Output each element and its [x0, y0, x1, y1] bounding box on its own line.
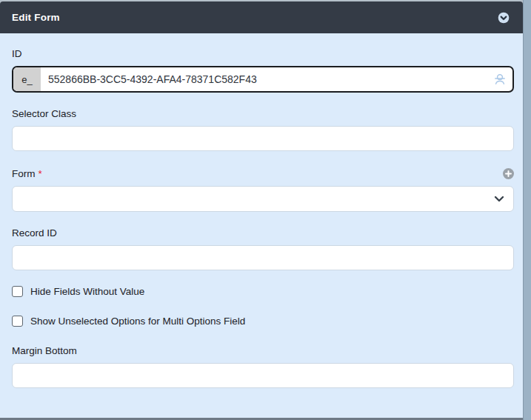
- plus-circle-icon: [503, 168, 514, 179]
- form-label: Form: [12, 168, 36, 179]
- edit-form-panel: Edit Form ID e_: [0, 0, 523, 420]
- show-unselected-checkbox[interactable]: [12, 316, 23, 327]
- hide-fields-row: Hide Fields Without Value: [12, 286, 514, 297]
- form-label-row: Form*: [12, 167, 514, 180]
- form-select[interactable]: [12, 186, 514, 212]
- chevron-down-circle-icon: [498, 12, 510, 24]
- selector-class-input[interactable]: [12, 126, 514, 151]
- show-unselected-row: Show Unselected Options for Multi Option…: [12, 316, 514, 327]
- hide-fields-label: Hide Fields Without Value: [30, 286, 144, 297]
- show-unselected-label: Show Unselected Options for Multi Option…: [30, 316, 245, 327]
- person-autofill-icon: [493, 73, 507, 86]
- id-input-group: e_: [12, 66, 514, 93]
- id-label: ID: [12, 48, 514, 60]
- required-asterisk: *: [39, 168, 42, 179]
- right-edge-strip: [523, 0, 531, 420]
- id-prefix-addon: e_: [13, 67, 41, 91]
- panel-body: ID e_ Selector Class: [0, 33, 523, 418]
- margin-bottom-label: Margin Bottom: [12, 345, 514, 357]
- panel-title: Edit Form: [12, 12, 60, 23]
- hide-fields-checkbox[interactable]: [12, 286, 23, 297]
- panel-header: Edit Form: [0, 1, 523, 33]
- field-group-margin-bottom: Margin Bottom: [12, 345, 514, 388]
- margin-bottom-input[interactable]: [12, 363, 514, 388]
- record-id-input[interactable]: [12, 245, 514, 270]
- field-group-form: Form*: [12, 167, 514, 212]
- field-group-selector-class: Selector Class: [12, 108, 514, 151]
- form-select-wrap: [12, 186, 514, 212]
- record-id-label: Record ID: [12, 227, 514, 239]
- selector-class-label: Selector Class: [12, 108, 514, 120]
- collapse-panel-button[interactable]: [498, 12, 510, 24]
- id-input[interactable]: [41, 67, 512, 91]
- add-form-button[interactable]: [503, 168, 514, 179]
- field-group-record-id: Record ID: [12, 227, 514, 270]
- field-group-id: ID e_: [12, 48, 514, 93]
